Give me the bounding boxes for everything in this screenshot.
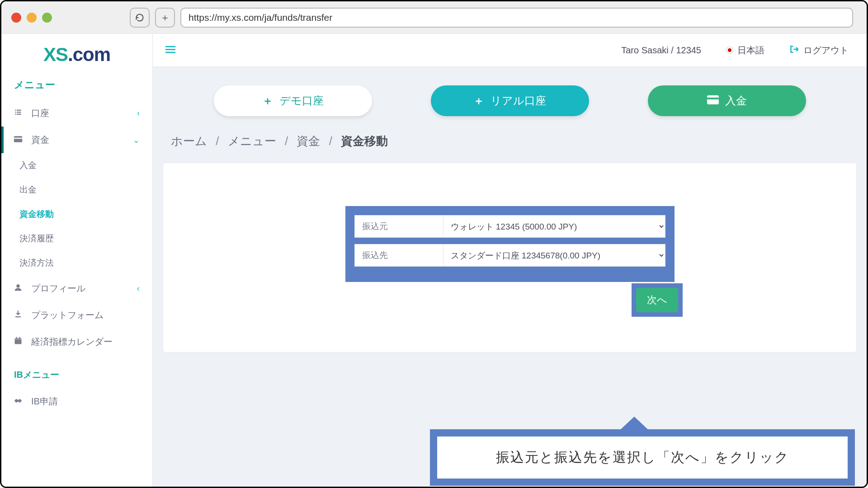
close-window-icon[interactable] (11, 13, 21, 23)
svg-point-8 (16, 284, 20, 288)
sidebar-item-label: 経済指標カレンダー (31, 336, 113, 348)
chevron-down-icon: ⌄ (133, 135, 140, 145)
svg-rect-4 (17, 112, 21, 113)
sidebar-sub-history[interactable]: 決済履歴 (1, 226, 152, 251)
sidebar-item-label: 資金 (31, 134, 49, 146)
transfer-form-card: 振込元 ウォレット 12345 (5000.00 JPY) 振込先 スタンダード… (163, 163, 857, 352)
from-select[interactable]: ウォレット 12345 (5000.00 JPY) (443, 215, 665, 238)
sidebar-sub-deposit[interactable]: 入金 (1, 153, 152, 178)
reload-icon (135, 13, 144, 22)
user-label: Taro Sasaki / 12345 (621, 45, 701, 56)
topbar: Taro Sasaki / 12345 日本語 ログアウト (153, 34, 867, 66)
svg-rect-5 (17, 114, 21, 115)
browser-toolbar: ＋ https://my.xs.com/ja/funds/transfer (1, 1, 867, 34)
next-button[interactable]: 次へ (636, 288, 678, 312)
logout-label: ログアウト (803, 44, 849, 56)
sidebar-sub-transfer[interactable]: 資金移動 (1, 202, 152, 226)
svg-rect-6 (14, 136, 22, 142)
plus-icon: ＋ (160, 11, 170, 24)
plus-icon: ＋ (473, 94, 484, 108)
sidebar-item-calendar[interactable]: 経済指標カレンダー (1, 328, 152, 355)
next-button-wrap: 次へ (632, 283, 683, 317)
sidebar-item-label: プラットフォーム (31, 309, 104, 321)
card-icon (707, 94, 719, 107)
breadcrumb-separator: / (329, 134, 332, 148)
reload-button[interactable] (130, 8, 150, 28)
logout-icon (790, 45, 799, 56)
browser-window: ＋ https://my.xs.com/ja/funds/transfer XS… (0, 0, 868, 488)
plus-icon: ＋ (262, 94, 273, 108)
svg-rect-15 (165, 52, 175, 53)
from-label: 振込元 (354, 215, 443, 238)
callout-text: 振込元と振込先を選択し「次へ」をクリック (437, 436, 848, 479)
instruction-callout: 振込元と振込先を選択し「次へ」をクリック (430, 429, 855, 486)
sidebar: XS.com メニュー 口座 ‹ 資金 (1, 34, 153, 487)
sidebar-sub-methods[interactable]: 決済方法 (1, 251, 152, 275)
to-row: 振込先 スタンダード口座 12345678(0.00 JPY) (354, 244, 665, 267)
breadcrumb-current: 資金移動 (341, 134, 388, 148)
sidebar-item-label: IB申請 (31, 395, 58, 408)
chevron-left-icon: ‹ (137, 108, 140, 118)
logo-dotcom: .com (68, 44, 110, 65)
sidebar-item-label: プロフィール (31, 282, 85, 295)
svg-rect-17 (707, 98, 719, 99)
demo-account-label: デモ口座 (279, 94, 324, 108)
logo-xs: XS (43, 44, 68, 65)
form-highlight-box: 振込元 ウォレット 12345 (5000.00 JPY) 振込先 スタンダード… (345, 206, 675, 282)
to-select[interactable]: スタンダード口座 12345678(0.00 JPY) (443, 244, 665, 267)
sidebar-item-platform[interactable]: プラットフォーム (1, 302, 152, 328)
svg-rect-10 (15, 338, 22, 340)
real-account-button[interactable]: ＋ リアル口座 (431, 85, 589, 116)
main-content: Taro Sasaki / 12345 日本語 ログアウト ＋ (153, 34, 867, 487)
logo: XS.com (1, 34, 152, 74)
app-body: XS.com メニュー 口座 ‹ 資金 (1, 34, 867, 487)
real-account-label: リアル口座 (491, 94, 546, 108)
callout-arrow-icon (620, 417, 649, 430)
japan-flag-icon (726, 47, 733, 53)
sidebar-item-profile[interactable]: プロフィール ‹ (1, 275, 152, 302)
download-icon (13, 310, 23, 320)
breadcrumb-separator: / (285, 134, 288, 148)
sidebar-toggle-button[interactable] (165, 44, 175, 56)
sidebar-item-accounts[interactable]: 口座 ‹ (1, 100, 152, 127)
wallet-icon (13, 135, 23, 145)
breadcrumb-separator: / (216, 134, 219, 148)
handshake-icon (13, 396, 23, 407)
svg-rect-16 (707, 95, 719, 104)
svg-rect-2 (15, 114, 16, 115)
logout-button[interactable]: ログアウト (790, 44, 849, 56)
svg-rect-11 (16, 337, 17, 339)
to-label: 振込先 (354, 244, 443, 267)
sidebar-item-funds[interactable]: 資金 ⌄ (1, 127, 152, 153)
svg-rect-3 (17, 110, 21, 111)
hamburger-icon (165, 46, 175, 54)
breadcrumb-menu[interactable]: メニュー (228, 134, 276, 148)
svg-rect-0 (15, 110, 16, 111)
calendar-icon (13, 337, 23, 347)
action-buttons-row: ＋ デモ口座 ＋ リアル口座 入金 (153, 66, 867, 133)
sidebar-item-label: 口座 (31, 107, 49, 119)
url-text: https://my.xs.com/ja/funds/transfer (189, 12, 332, 23)
svg-rect-14 (165, 49, 175, 50)
sidebar-sub-withdraw[interactable]: 出金 (1, 178, 152, 202)
breadcrumb: ホーム / メニュー / 資金 / 資金移動 (153, 133, 867, 163)
deposit-button[interactable]: 入金 (648, 85, 806, 116)
demo-account-button[interactable]: ＋ デモ口座 (214, 85, 372, 116)
new-tab-button[interactable]: ＋ (155, 8, 175, 28)
maximize-window-icon[interactable] (42, 13, 52, 23)
url-bar[interactable]: https://my.xs.com/ja/funds/transfer (180, 8, 853, 28)
svg-rect-1 (15, 112, 16, 113)
deposit-label: 入金 (725, 94, 747, 108)
topbar-right: Taro Sasaki / 12345 日本語 ログアウト (621, 44, 849, 56)
svg-rect-13 (165, 46, 175, 47)
language-label: 日本語 (737, 44, 764, 56)
from-row: 振込元 ウォレット 12345 (5000.00 JPY) (354, 215, 665, 238)
breadcrumb-home[interactable]: ホーム (171, 134, 207, 148)
svg-rect-12 (19, 337, 20, 339)
sidebar-item-ib-apply[interactable]: IB申請 (1, 388, 152, 415)
minimize-window-icon[interactable] (27, 13, 37, 23)
breadcrumb-funds[interactable]: 資金 (297, 134, 320, 148)
list-icon (13, 108, 23, 118)
svg-rect-7 (14, 138, 22, 139)
language-selector[interactable]: 日本語 (726, 44, 764, 56)
